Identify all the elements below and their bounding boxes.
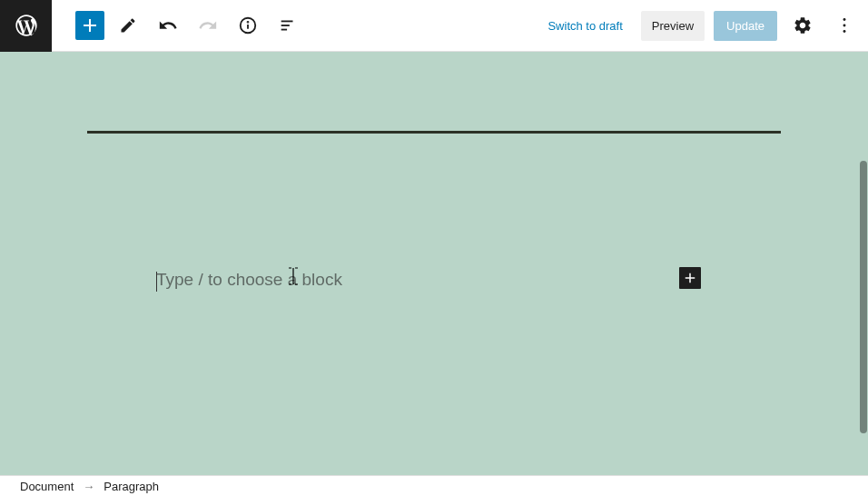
- svg-point-8: [843, 30, 846, 33]
- svg-point-2: [248, 22, 249, 23]
- svg-rect-4: [281, 25, 290, 26]
- svg-rect-3: [281, 21, 293, 23]
- switch-to-draft-button[interactable]: Switch to draft: [538, 12, 631, 40]
- svg-point-7: [843, 25, 846, 27]
- wordpress-logo-icon: [14, 13, 39, 38]
- more-vertical-icon: [834, 15, 854, 35]
- list-icon: [278, 15, 298, 35]
- toolbar-left-group: [0, 0, 304, 52]
- add-block-button[interactable]: [75, 11, 104, 40]
- gear-icon: [793, 15, 813, 35]
- redo-button: [192, 9, 224, 42]
- editor-canvas[interactable]: Type / to choose a block: [0, 52, 868, 475]
- breadcrumb: Document → Paragraph: [0, 475, 868, 496]
- inline-block-inserter[interactable]: [679, 267, 701, 289]
- svg-rect-5: [281, 29, 287, 31]
- scrollbar[interactable]: [860, 161, 867, 433]
- editor-toolbar: Switch to draft Preview Update: [0, 0, 868, 52]
- plus-icon: [682, 270, 698, 286]
- undo-button[interactable]: [152, 9, 184, 42]
- svg-point-6: [843, 18, 846, 21]
- outline-button[interactable]: [271, 9, 304, 42]
- breadcrumb-arrow-icon: →: [83, 480, 94, 493]
- settings-button[interactable]: [786, 9, 819, 42]
- toolbar-right-group: Switch to draft Preview Update: [538, 9, 861, 42]
- scrollbar-thumb[interactable]: [860, 161, 867, 433]
- text-caret: [156, 272, 157, 292]
- pencil-icon: [119, 16, 137, 35]
- preview-button[interactable]: Preview: [641, 11, 705, 41]
- undo-icon: [158, 15, 178, 35]
- info-icon: [238, 15, 258, 35]
- wordpress-logo[interactable]: [0, 0, 52, 52]
- breadcrumb-document[interactable]: Document: [20, 480, 74, 493]
- plus-icon: [79, 15, 101, 36]
- breadcrumb-paragraph[interactable]: Paragraph: [104, 480, 159, 493]
- paragraph-block[interactable]: Type / to choose a block: [156, 270, 705, 290]
- redo-icon: [198, 15, 218, 35]
- details-button[interactable]: [232, 9, 264, 42]
- title-underline: [87, 131, 781, 134]
- post-title-area[interactable]: [87, 106, 781, 134]
- paragraph-placeholder: Type / to choose a block: [156, 270, 705, 290]
- update-button[interactable]: Update: [714, 11, 777, 41]
- more-options-button[interactable]: [828, 9, 861, 42]
- tools-button[interactable]: [112, 9, 144, 42]
